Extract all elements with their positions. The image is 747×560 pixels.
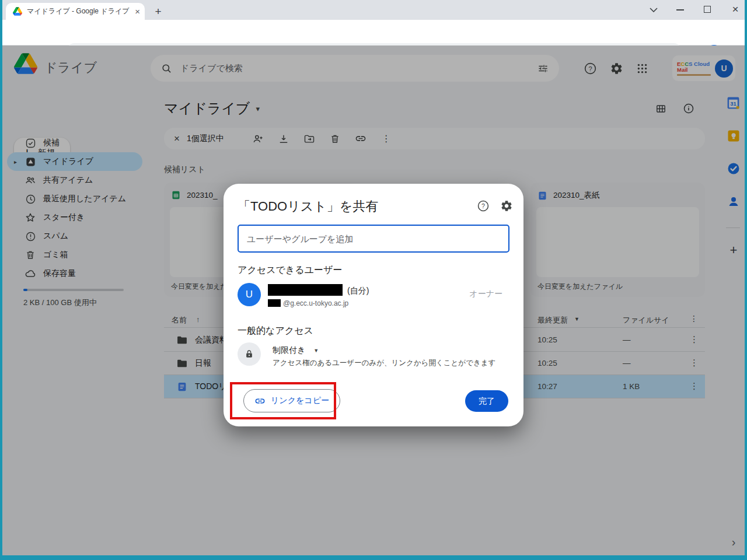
browser-toolbar: ← → ↻ drive.google.com/drive/my-drive ☆ … [0, 20, 747, 46]
tab-close-icon[interactable]: × [135, 6, 140, 16]
browser-tab[interactable]: マイドライブ - Google ドライブ × [6, 3, 145, 20]
frame-border-right [745, 0, 747, 560]
svg-text:?: ? [481, 202, 485, 209]
owner-avatar: U [238, 283, 261, 306]
dialog-help-icon[interactable]: ? [476, 199, 490, 213]
restricted-lock-icon [238, 342, 261, 366]
frame-border-left [0, 0, 2, 560]
window-menu-chevron-icon[interactable] [647, 6, 661, 14]
access-level-dropdown[interactable]: 制限付き ▼ [273, 345, 319, 356]
owner-self-label: (自分) [347, 286, 369, 296]
dropdown-caret-icon: ▼ [313, 348, 319, 354]
window-maximize-button[interactable] [704, 6, 711, 13]
tab-title: マイドライブ - Google ドライブ [27, 6, 135, 16]
people-with-access-heading: アクセスできるユーザー [238, 264, 342, 276]
frame-border-bottom [0, 555, 747, 560]
owner-role-label: オーナー [469, 289, 502, 299]
done-button[interactable]: 完了 [465, 390, 508, 412]
access-description: アクセス権のあるユーザーのみが、リンクから開くことができます [273, 358, 495, 368]
browser-tab-strip: マイドライブ - Google ドライブ × + × [0, 0, 747, 20]
general-access-heading: 一般的なアクセス [238, 325, 313, 337]
add-people-input[interactable] [238, 225, 509, 253]
dialog-settings-icon[interactable] [500, 199, 514, 213]
annotation-red-box [230, 382, 336, 419]
owner-name-redacted [268, 284, 343, 296]
owner-email-suffix: @g.ecc.u-tokyo.ac.jp [283, 299, 348, 307]
drive-favicon-icon [13, 7, 22, 16]
window-minimize-button[interactable] [676, 9, 684, 10]
owner-email-redacted [268, 299, 281, 307]
share-dialog-title: 「TODOリスト」を共有 [238, 198, 378, 215]
new-tab-button[interactable]: + [151, 4, 166, 19]
window-close-button[interactable]: × [728, 2, 742, 16]
